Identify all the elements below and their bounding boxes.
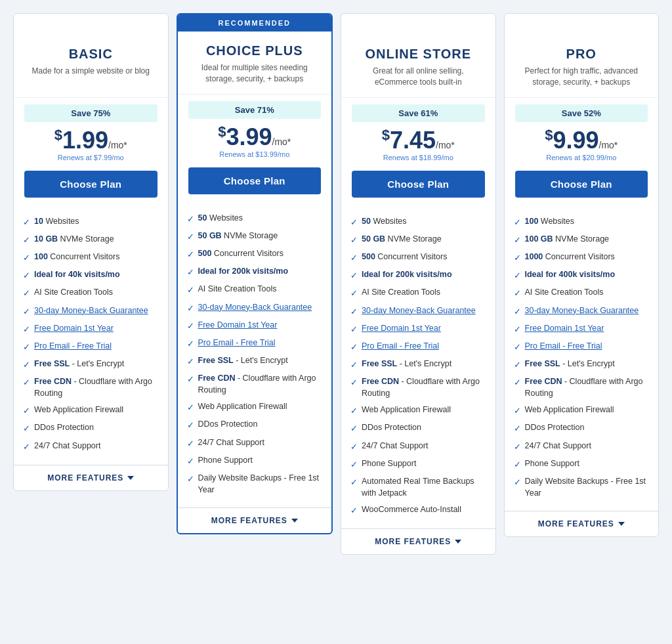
feature-text[interactable]: Free Domain 1st Year: [362, 323, 441, 335]
feature-text: 10 Websites: [34, 216, 79, 228]
price-currency-choice-plus: $: [218, 123, 226, 140]
feature-item-pro-5: ✓30-day Money-Back Guarantee: [514, 303, 650, 320]
feature-text: 24/7 Chat Support: [198, 437, 264, 449]
plan-name-choice-plus: CHOICE PLUS: [188, 43, 322, 58]
features-list-pro: ✓100 Websites ✓100 GB NVMe Storage ✓1000…: [505, 207, 659, 511]
feature-text[interactable]: Free Domain 1st Year: [34, 323, 114, 335]
plan-pricing-online-store: $7.45/mo* Renews at $18.99/mo: [341, 122, 495, 171]
check-icon-basic-4: ✓: [23, 288, 30, 299]
feature-item-online-store-8: ✓Free SSL - Let's Encrypt: [350, 356, 486, 374]
check-icon-online-store-2: ✓: [350, 252, 358, 264]
feature-text: Ideal for 200k visits/mo: [198, 266, 289, 278]
renews-at-choice-plus: Renews at $13.99/mo: [188, 150, 322, 158]
choose-plan-button-pro[interactable]: Choose Plan: [515, 171, 648, 198]
save-banner-choice-plus: Save 71%: [188, 101, 322, 119]
feature-text: 10 GB NVMe Storage: [34, 234, 114, 246]
feature-text[interactable]: 30-day Money-Back Guarantee: [362, 305, 476, 317]
feature-text[interactable]: Pro Email - Free Trial: [525, 341, 602, 353]
feature-text[interactable]: 30-day Money-Back Guarantee: [525, 305, 639, 317]
check-icon-online-store-7: ✓: [350, 341, 358, 353]
feature-item-choice-plus-13: ✓Phone Support: [187, 452, 323, 470]
feature-text: 50 Websites: [198, 213, 243, 225]
feature-text: DDos Protection: [198, 419, 258, 431]
plan-header-basic: BASIC Made for a simple website or blog: [14, 35, 168, 98]
check-icon-online-store-6: ✓: [350, 324, 358, 335]
feature-text: 24/7 Chat Support: [34, 440, 100, 452]
feature-item-basic-12: ✓24/7 Chat Support: [23, 438, 159, 456]
feature-text: DDos Protection: [525, 422, 585, 434]
check-icon-basic-10: ✓: [23, 405, 30, 417]
choose-plan-button-online-store[interactable]: Choose Plan: [352, 171, 485, 198]
check-icon-choice-plus-2: ✓: [187, 249, 194, 261]
feature-item-basic-5: ✓30-day Money-Back Guarantee: [23, 303, 159, 320]
feature-item-online-store-14: ✓Automated Real Time Backups with Jetpac…: [350, 473, 486, 502]
feature-item-pro-13: ✓Phone Support: [514, 456, 650, 473]
feature-text: Ideal for 200k visits/mo: [362, 269, 452, 281]
plan-card-pro: PRO Perfect for high traffic, advanced s…: [504, 13, 660, 537]
check-icon-online-store-11: ✓: [350, 423, 358, 435]
feature-item-choice-plus-10: ✓Web Application Firewall: [187, 398, 323, 416]
check-icon-pro-11: ✓: [514, 423, 521, 435]
renews-at-online-store: Renews at $18.99/mo: [352, 154, 485, 161]
feature-item-online-store-9: ✓Free CDN - Cloudflare with Argo Routing: [350, 374, 486, 402]
feature-item-choice-plus-4: ✓AI Site Creation Tools: [187, 281, 323, 299]
feature-text[interactable]: Free Domain 1st Year: [525, 323, 604, 335]
feature-text: AI Site Creation Tools: [34, 287, 113, 299]
more-features-online-store[interactable]: MORE FEATURES: [341, 528, 495, 554]
feature-text: Free CDN - Cloudflare with Argo Routing: [525, 376, 650, 399]
save-banner-basic: Save 75%: [24, 104, 158, 122]
feature-text: Web Application Firewall: [525, 404, 614, 416]
feature-text: Free CDN - Cloudflare with Argo Routing: [34, 376, 159, 399]
plan-header-pro: PRO Perfect for high traffic, advanced s…: [505, 35, 659, 98]
plan-description-pro: Perfect for high traffic, advanced stora…: [515, 66, 648, 89]
feature-text: DDos Protection: [362, 422, 421, 434]
feature-text: 50 GB NVMe Storage: [198, 230, 278, 242]
feature-text: Free SSL - Let's Encrypt: [525, 358, 615, 370]
feature-item-online-store-4: ✓AI Site Creation Tools: [350, 284, 486, 302]
feature-text[interactable]: Pro Email - Free Trial: [198, 337, 276, 349]
check-icon-pro-8: ✓: [514, 359, 521, 371]
feature-text: Phone Support: [198, 455, 253, 467]
check-icon-online-store-10: ✓: [350, 405, 358, 417]
plan-card-online-store: ONLINE STORE Great for all online sellin…: [341, 13, 496, 555]
feature-text[interactable]: 30-day Money-Back Guarantee: [34, 305, 148, 317]
feature-text: 1000 Concurrent Visitors: [525, 251, 615, 263]
check-icon-pro-4: ✓: [514, 288, 521, 299]
check-icon-basic-1: ✓: [23, 234, 30, 246]
feature-item-online-store-10: ✓Web Application Firewall: [350, 402, 486, 419]
check-icon-pro-10: ✓: [514, 405, 521, 417]
feature-text[interactable]: Free Domain 1st Year: [198, 320, 278, 332]
feature-item-pro-10: ✓Web Application Firewall: [514, 402, 650, 419]
check-icon-pro-9: ✓: [514, 377, 521, 389]
check-icon-online-store-14: ✓: [350, 477, 358, 488]
more-features-pro[interactable]: MORE FEATURES: [505, 511, 659, 536]
more-features-choice-plus[interactable]: MORE FEATURES: [178, 507, 332, 533]
plan-name-basic: BASIC: [24, 47, 158, 62]
feature-item-online-store-7: ✓Pro Email - Free Trial: [350, 338, 486, 356]
feature-text[interactable]: Pro Email - Free Trial: [362, 341, 439, 353]
feature-text[interactable]: 30-day Money-Back Guarantee: [198, 302, 312, 314]
feature-text: WooCommerce Auto-Install: [362, 504, 461, 516]
feature-text: 100 GB NVMe Storage: [525, 234, 610, 246]
feature-text: 500 Concurrent Visitors: [362, 251, 447, 263]
more-features-basic[interactable]: MORE FEATURES: [14, 465, 168, 490]
more-features-label-online-store: MORE FEATURES: [375, 537, 451, 546]
check-icon-choice-plus-3: ✓: [187, 267, 194, 278]
price-main-choice-plus: $3.99/mo*: [188, 124, 322, 150]
feature-text: 100 Websites: [525, 216, 575, 228]
check-icon-choice-plus-10: ✓: [187, 402, 194, 414]
feature-item-pro-9: ✓Free CDN - Cloudflare with Argo Routing: [514, 374, 650, 402]
feature-item-online-store-6: ✓Free Domain 1st Year: [350, 320, 486, 338]
choose-plan-button-basic[interactable]: Choose Plan: [24, 171, 158, 198]
feature-item-basic-6: ✓Free Domain 1st Year: [23, 320, 159, 338]
chevron-down-icon-basic: [127, 476, 134, 480]
feature-item-pro-0: ✓100 Websites: [514, 213, 650, 231]
feature-text[interactable]: Pro Email - Free Trial: [34, 341, 112, 353]
plan-header-choice-plus: CHOICE PLUS Ideal for multiple sites nee…: [178, 32, 332, 95]
feature-text: 24/7 Chat Support: [525, 440, 591, 452]
feature-item-pro-7: ✓Pro Email - Free Trial: [514, 338, 650, 356]
price-period-pro: /mo*: [599, 140, 618, 150]
choose-plan-button-choice-plus[interactable]: Choose Plan: [188, 167, 322, 194]
feature-item-basic-3: ✓Ideal for 40k visits/mo: [23, 267, 159, 284]
price-main-online-store: $7.45/mo*: [352, 127, 485, 154]
